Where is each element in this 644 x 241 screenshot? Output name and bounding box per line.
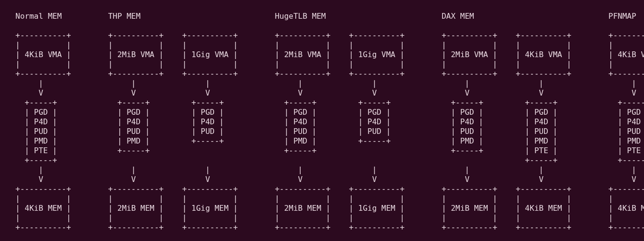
memory-mapping-diagram: Normal MEM THP MEM HugeTLB MEM DAX MEM P… [0,0,644,241]
